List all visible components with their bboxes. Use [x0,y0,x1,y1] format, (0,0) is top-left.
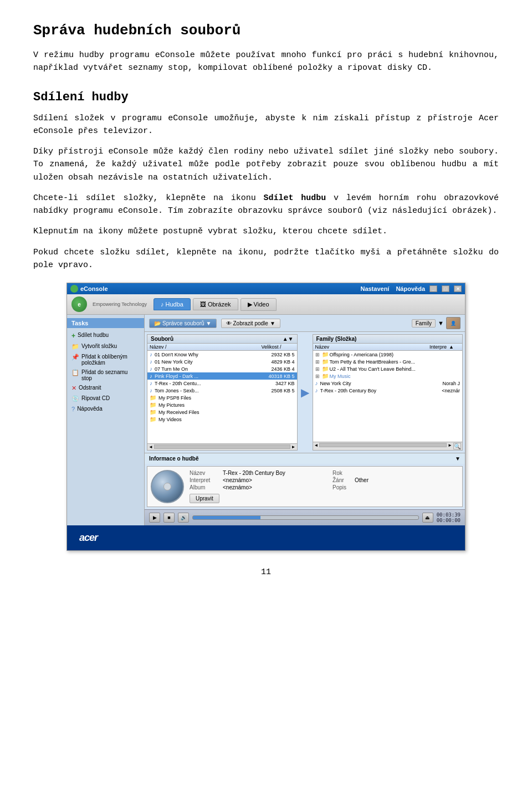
navbar: e Empowering Technology ♪ Hudba 🖼 Obráze… [67,294,465,315]
image-icon: 🖼 [200,301,206,308]
family-info: Family ▼ 👤 [412,317,461,329]
acer-bar: acer [67,525,465,550]
player-bar: ▶ ■ 🔊 ⏏ 00:03:39 00:00:00 [145,509,465,525]
tab-hudba[interactable]: ♪ Hudba [154,298,191,310]
sidebar-item-sdilet[interactable]: + Sdílet hudbu [67,330,144,341]
right-panel-cols: Název Interpre ▲ [313,344,463,351]
paragraph-4: Klepnutím na ikony můžete postupně vybra… [33,225,499,238]
sidebar-item-napoveda[interactable]: ? Nápověda [67,404,144,414]
sidebar-item-pridat-oblibene[interactable]: 📌 Přidat k oblíbeným položkám [67,352,144,367]
close-button[interactable]: ✕ [454,285,462,292]
page-title: Správa hudebních souborů [33,22,499,39]
file-row[interactable]: ♪ 01 Don't Know Why 2932 KB 5 [147,351,297,358]
sidebar-item-ripovat[interactable]: 💿 Ripovat CD [67,393,144,404]
file-name: My Music [330,374,351,379]
sidebar-item-vytvorit[interactable]: 📁 Vytvořit složku [67,341,144,352]
play-button[interactable]: ▶ [149,513,160,523]
folder-icon-blue: 📁 [322,373,329,379]
sidebar-label-ripovat: Ripovat CD [81,395,110,401]
folder-icon: 📁 [322,366,329,372]
label-rok: Rok [332,470,349,476]
file-name: Offspring - Americana (1998) [330,352,393,357]
file-size: 4829 KB 4 [264,359,295,365]
sidebar-item-pridat-stop[interactable]: 📋 Přidat do seznamu stop [67,367,144,383]
titlebar-left: eConsole [70,285,108,293]
file-row-newyork[interactable]: ♪ New York City Norah J [313,380,463,387]
tab-obrazek[interactable]: 🖼 Obrázek [193,298,238,310]
label-popis: Popis [332,484,349,490]
info-panel: Název T-Rex - 20th Century Boy Rok Inter… [147,466,463,507]
end-button[interactable]: ⏏ [422,513,433,523]
minimize-button[interactable]: _ [429,285,437,292]
stop-button[interactable]: ■ [163,513,175,523]
file-row[interactable]: 📁 My Pictures [147,401,297,408]
file-size: 40318 KB 5 [264,374,295,379]
tree-row-mymusic[interactable]: ⊞ 📁 My Music [313,372,463,380]
folder-icon: 📁 [322,359,329,365]
col-velikost: Velikost / [248,344,282,350]
tab-video[interactable]: ▶ Video [241,298,277,311]
tree-row[interactable]: ⊞ 📁 Tom Petty & the HeartBreakers - Gre.… [313,358,463,365]
file-row[interactable]: 📁 My Received Files [147,408,297,416]
file-row[interactable]: 📁 My Videos [147,416,297,423]
file-name: My Videos [158,417,295,422]
scrollbar-right[interactable]: ◄ ► 🔍 [313,442,463,450]
titlebar: eConsole Nastavení Nápověda _ □ ✕ [67,283,465,294]
file-row-selected[interactable]: ♪ Pink Floyd - Dark ... 40318 KB 5 [147,372,297,380]
video-icon: ▶ [248,301,252,308]
help-icon: ? [71,406,75,412]
sidebar-label-sdilet: Sdílet hudbu [78,332,109,338]
sidebar-item-odstranit[interactable]: ✕ Odstranit [67,383,144,393]
info-row-album: Album <neznámo> Popis [190,484,459,490]
maximize-button[interactable]: □ [442,285,449,292]
tree-row[interactable]: ⊞ 📁 U2 - All That You Can't Leave Behind… [313,365,463,372]
music-file-icon: ♪ [315,380,318,386]
intro-paragraph: V režimu hudby programu eConsole můžete … [33,49,499,75]
file-row[interactable]: ♪ 01 New York City 4829 KB 4 [147,358,297,365]
value-album: <neznámo> [223,484,327,490]
titlebar-menu: Nastavení Nápověda [360,285,425,292]
toolbar-btn-zobrazit[interactable]: 👁 Zobrazit podle ▼ [221,319,280,328]
right-file-panel: Family (Složka) Název Interpre ▲ ⊞ 📁 Off… [313,334,463,451]
expand-icon: ⊞ [315,352,322,357]
info-bar: Informace o hudbě ▼ [145,453,465,464]
econsole-screenshot: eConsole Nastavení Nápověda _ □ ✕ e Empo… [66,283,466,551]
value-zanr: Other [355,477,459,483]
folder2-icon: 📂 [154,320,161,326]
file-panels: Souborů ▲▼ Název / Velikost / ♪ 01 Don't… [145,332,465,453]
menu-nastaveni[interactable]: Nastavení [360,285,389,292]
menu-napoveda[interactable]: Nápověda [396,285,425,292]
col-nazev-r: Název [315,344,412,350]
paragraph-5: Pokud chcete složku sdílet, klepněte na … [33,246,499,272]
file-name: Tom Jones - Sexb... [155,388,262,393]
file-row[interactable]: ♪ Tom Jones - Sexb... 2508 KB 5 [147,387,297,394]
file-row[interactable]: ♪ T-Rex - 20th Centu... 3427 KB [147,380,297,387]
scrollbar[interactable]: ◄ ► [147,443,297,450]
sidebar-label-odstranit: Odstranit [79,385,101,391]
label-nazev: Název [190,470,217,476]
x-icon: ✕ [71,385,76,392]
folder-icon: 📁 [150,416,156,422]
tree-row[interactable]: ⊞ 📁 Offspring - Americana (1998) [313,351,463,358]
col-nazev: Název / [150,344,246,350]
music-file-icon: ♪ [315,387,318,393]
edit-button[interactable]: Upravit [190,494,219,503]
search-btn[interactable]: 🔍 [453,443,461,449]
file-name: T-Rex - 20th Century Boy [320,388,428,393]
paragraph-1: Sdílení složek v programu eConsole umožň… [33,112,499,138]
file-name: My Pictures [158,402,295,408]
left-file-panel: Souborů ▲▼ Název / Velikost / ♪ 01 Don't… [147,334,298,451]
file-row[interactable]: 📁 My PSP8 Files [147,394,297,401]
volume-button[interactable]: 🔊 [178,513,189,523]
file-row[interactable]: ♪ 07 Turn Me On 2436 KB 4 [147,365,297,372]
main-area: Tasks + Sdílet hudbu 📁 Vytvořit složku 📌… [67,315,465,525]
label-interpret: Interpret [190,477,217,483]
toolbar-btn-spravce[interactable]: 📂 Správce souborů ▼ [149,319,217,328]
label-zanr: Žánr [332,477,349,483]
sidebar-label-napoveda: Nápověda [77,406,103,412]
file-size: 3427 KB [264,381,295,386]
value-interpret: <neznámo> [223,477,327,483]
file-name: My Received Files [158,410,295,415]
file-row-trex[interactable]: ♪ T-Rex - 20th Century Boy <neznár [313,387,463,394]
progress-slider[interactable] [192,515,419,520]
